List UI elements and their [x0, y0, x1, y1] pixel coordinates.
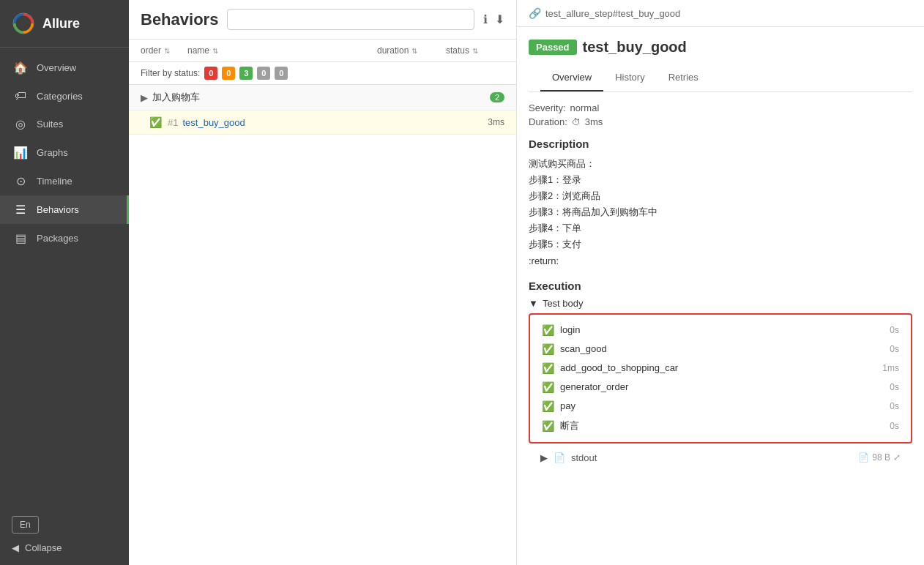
step-time: 0s	[890, 382, 899, 392]
behaviors-list: ▶ 加入购物车 2 ✅ #1 test_buy_good 3ms	[129, 85, 516, 565]
test-body-label: Test body	[543, 298, 584, 309]
sidebar-bottom: En ◀ Collapse	[0, 504, 129, 565]
step-passed-icon: ✅	[542, 343, 554, 355]
timeline-icon: ⊙	[13, 174, 28, 188]
file-size-value: 98 B	[872, 452, 890, 463]
description-title: Description	[529, 138, 912, 150]
test-body-items: ✅ login 0s ✅ scan_good 0s	[529, 313, 912, 444]
clock-icon: ⏱	[572, 117, 581, 127]
filter-badge-orange[interactable]: 0	[222, 67, 235, 80]
step-time: 1ms	[882, 363, 899, 373]
sidebar-item-categories[interactable]: 🏷 Categories	[0, 82, 129, 110]
group-row[interactable]: ▶ 加入购物车 2	[129, 85, 516, 111]
file-size-icon: 📄	[858, 452, 869, 463]
duration-label: Duration:	[529, 116, 567, 127]
test-body-header[interactable]: ▼ Test body	[529, 298, 912, 309]
expand-icon[interactable]: ⤢	[893, 452, 901, 463]
tab-overview[interactable]: Overview	[540, 64, 603, 91]
sidebar-item-label: Overview	[37, 62, 76, 73]
sidebar-item-behaviors[interactable]: ☰ Behaviors	[0, 195, 129, 224]
col-order-label: order	[141, 45, 161, 56]
info-icon[interactable]: ℹ	[483, 12, 488, 26]
sort-arrows-name: ⇅	[212, 47, 218, 55]
col-duration-label: duration	[377, 45, 409, 56]
sort-arrows-status: ⇅	[472, 47, 478, 55]
sidebar-item-graphs[interactable]: 📊 Graphs	[0, 138, 129, 167]
home-icon: 🏠	[13, 61, 28, 75]
search-input[interactable]	[227, 9, 474, 30]
table-header: order ⇅ name ⇅ duration ⇅ status ⇅	[129, 40, 516, 62]
tab-retries[interactable]: Retries	[657, 64, 710, 91]
list-item: ✅ scan_good 0s	[530, 340, 911, 359]
content-area: Behaviors ℹ ⬇ order ⇅ name ⇅ duratio	[129, 0, 924, 565]
step-passed-icon: ✅	[542, 400, 554, 412]
sidebar-item-timeline[interactable]: ⊙ Timeline	[0, 167, 129, 195]
suites-icon: ◎	[13, 117, 28, 131]
test-title-row: Passed test_buy_good	[529, 39, 912, 56]
list-item: ✅ login 0s	[530, 321, 911, 340]
sidebar-item-packages[interactable]: ▤ Packages	[0, 224, 129, 252]
group-arrow-icon: ▶	[141, 92, 148, 103]
table-row[interactable]: ✅ #1 test_buy_good 3ms	[129, 111, 516, 135]
sidebar-item-label: Graphs	[37, 147, 68, 158]
sidebar-item-label: Suites	[37, 119, 63, 130]
stdout-row[interactable]: ▶ 📄 stdout 📄 98 B ⤢	[529, 446, 912, 469]
link-icon: 🔗	[529, 7, 541, 19]
step-name: 断言	[560, 419, 579, 433]
step-left: ✅ generator_order	[542, 381, 628, 393]
categories-icon: 🏷	[13, 89, 28, 102]
list-item: ✅ generator_order 0s	[530, 378, 911, 397]
step-left: ✅ scan_good	[542, 343, 607, 355]
col-status-header[interactable]: status ⇅	[446, 45, 504, 56]
test-number: #1	[168, 117, 178, 128]
test-name: test_buy_good	[182, 117, 488, 128]
sidebar-item-label: Behaviors	[37, 204, 79, 215]
sidebar-item-suites[interactable]: ◎ Suites	[0, 110, 129, 138]
duration-value: 3ms	[585, 116, 603, 127]
step-passed-icon: ✅	[542, 420, 554, 432]
filter-row: Filter by status: 0 0 3 0 0	[129, 62, 516, 85]
step-name: add_good_to_shopping_car	[560, 362, 678, 373]
detail-test-name: test_buy_good	[583, 39, 687, 56]
filter-badge-green[interactable]: 3	[239, 67, 253, 80]
col-name-header[interactable]: name ⇅	[187, 45, 374, 56]
step-time: 0s	[890, 344, 899, 354]
sidebar-item-label: Packages	[37, 233, 78, 244]
packages-icon: ▤	[13, 231, 28, 245]
step-passed-icon: ✅	[542, 362, 554, 374]
group-count-badge: 2	[490, 92, 504, 102]
execution-title: Execution	[529, 280, 912, 292]
sidebar-navigation: 🏠 Overview 🏷 Categories ◎ Suites 📊 Graph…	[0, 48, 129, 504]
filter-badge-gray2[interactable]: 0	[275, 67, 288, 80]
list-item: ✅ pay 0s	[530, 397, 911, 416]
tab-history[interactable]: History	[603, 64, 656, 91]
group-label: 加入购物车	[152, 91, 490, 104]
step-passed-icon: ✅	[542, 381, 554, 393]
header-icons: ℹ ⬇	[483, 12, 504, 26]
allure-logo-icon	[12, 12, 35, 35]
duration-row: Duration: ⏱ 3ms	[529, 116, 912, 127]
collapse-button[interactable]: ◀ Collapse	[12, 542, 117, 553]
language-button[interactable]: En	[12, 516, 39, 534]
sidebar-logo: Allure	[0, 0, 129, 48]
behaviors-icon: ☰	[13, 203, 28, 217]
filter-badge-red[interactable]: 0	[204, 67, 217, 80]
col-duration-header[interactable]: duration ⇅	[377, 45, 443, 56]
sidebar-item-overview[interactable]: 🏠 Overview	[0, 53, 129, 82]
col-order-header[interactable]: order ⇅	[141, 45, 185, 56]
sidebar-title: Allure	[42, 16, 80, 31]
step-name: scan_good	[560, 343, 607, 354]
step-name: generator_order	[560, 381, 628, 392]
step-left: ✅ add_good_to_shopping_car	[542, 362, 678, 374]
detail-panel: 🔗 test_allure_step#test_buy_good Passed …	[517, 0, 924, 565]
detail-titlebar: 🔗 test_allure_step#test_buy_good	[517, 0, 924, 27]
download-icon[interactable]: ⬇	[495, 12, 504, 26]
main-area: Behaviors ℹ ⬇ order ⇅ name ⇅ duratio	[129, 0, 924, 565]
filter-badge-gray[interactable]: 0	[257, 67, 270, 80]
detail-body: Passed test_buy_good Overview History Re…	[517, 27, 924, 565]
passed-badge: Passed	[529, 40, 577, 55]
step-passed-icon: ✅	[542, 324, 554, 336]
sidebar: Allure 🏠 Overview 🏷 Categories ◎ Suites …	[0, 0, 129, 565]
step-time: 0s	[890, 421, 899, 431]
chevron-left-icon: ◀	[12, 542, 19, 553]
